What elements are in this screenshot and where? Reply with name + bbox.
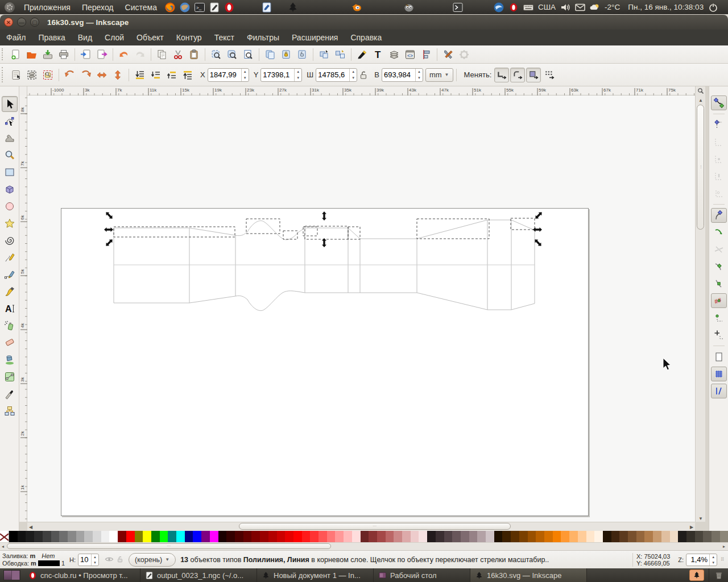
palette-swatch[interactable]	[494, 531, 503, 542]
weather-icon[interactable]	[589, 1, 601, 14]
zoom-selection-icon[interactable]	[209, 47, 224, 62]
snap-rotation-center-icon[interactable]	[711, 327, 727, 342]
palette-swatch[interactable]	[9, 531, 18, 542]
window-titlebar[interactable]: ✕ — ▢ 16k30.svg — Inkscape	[0, 15, 728, 30]
unlink-clone-icon[interactable]	[295, 47, 309, 62]
thunderbird-icon[interactable]	[493, 1, 505, 14]
menu-filters[interactable]: Фильтры	[241, 31, 286, 44]
palette-swatch[interactable]	[361, 531, 369, 542]
snap-to-paths-icon[interactable]	[711, 225, 727, 240]
preferences-icon[interactable]	[441, 47, 456, 62]
scroll-down-icon[interactable]: ▼	[696, 515, 706, 522]
snap-cusp-nodes-icon[interactable]	[711, 259, 727, 274]
tool-zoom[interactable]	[2, 147, 18, 163]
tool-bezier-pen[interactable]	[2, 267, 18, 282]
tool-paint-bucket[interactable]	[2, 352, 18, 368]
tool-eraser[interactable]	[2, 335, 18, 351]
taskbar-item-opera[interactable]: cnc-club.ru • Просмотр т...	[24, 568, 140, 582]
scale-pattern-icon[interactable]	[542, 68, 557, 82]
scale-handle-n[interactable]	[322, 211, 326, 221]
palette-swatch[interactable]	[511, 531, 519, 542]
palette-swatch[interactable]	[277, 531, 286, 542]
tool-tweak[interactable]	[2, 130, 18, 146]
palette-swatch[interactable]	[402, 531, 411, 542]
menu-file[interactable]: Файл	[0, 31, 32, 44]
height-input[interactable]	[382, 69, 415, 81]
layers-dialog-icon[interactable]	[387, 47, 402, 62]
palette-swatch[interactable]	[720, 531, 728, 542]
taskbar-item-inkscape-16k30[interactable]: 16k30.svg — Inkscape	[470, 568, 587, 582]
tool-dropper[interactable]	[2, 386, 18, 402]
menu-help[interactable]: Справка	[344, 31, 388, 44]
palette-swatch[interactable]	[193, 531, 201, 542]
palette-swatch[interactable]	[176, 531, 185, 542]
snap-page-border-icon[interactable]	[711, 350, 727, 364]
palette-swatch[interactable]	[126, 531, 135, 542]
panel-menu-system[interactable]: Система	[119, 3, 163, 12]
menu-path[interactable]: Контур	[170, 31, 208, 44]
open-document-icon[interactable]	[24, 47, 39, 62]
palette-scroll-right-icon[interactable]: ▸	[721, 543, 727, 550]
scale-gradient-icon[interactable]	[526, 68, 541, 82]
mail-icon[interactable]	[574, 1, 586, 14]
vertical-scrollbar[interactable]: ▲ ⋯ ▼	[695, 86, 705, 522]
input-devices-icon[interactable]	[457, 47, 471, 62]
globe-browser-icon[interactable]	[179, 1, 191, 14]
palette-swatch[interactable]	[151, 531, 160, 542]
rotate-ccw-icon[interactable]	[63, 68, 77, 82]
toolbar-grip[interactable]	[2, 48, 6, 61]
palette-swatch[interactable]	[268, 531, 277, 542]
taskbar-item-gedit[interactable]: output_0023_1.ngc (~/.o...	[140, 568, 257, 582]
minimize-button[interactable]: —	[17, 18, 26, 27]
palette-swatch[interactable]	[502, 531, 511, 542]
temperature-label[interactable]: -2°C	[602, 3, 622, 11]
tool-connector[interactable]	[2, 403, 18, 419]
group-icon[interactable]	[317, 47, 332, 62]
palette-swatch[interactable]	[644, 531, 653, 542]
new-document-icon[interactable]	[9, 47, 23, 62]
trash-icon[interactable]	[709, 568, 728, 582]
maximize-button[interactable]: ▢	[30, 18, 39, 27]
text-dialog-icon[interactable]: T	[371, 47, 386, 62]
horizontal-ruler[interactable]: -10003k7k11k15k19k23k27k31k35k39k43k47k5…	[27, 86, 695, 95]
scale-corners-icon[interactable]	[510, 68, 525, 82]
palette-swatch[interactable]	[695, 531, 704, 542]
snap-nodes-icon[interactable]	[711, 208, 727, 223]
snap-smooth-nodes-icon[interactable]	[711, 276, 727, 291]
snap-midpoints-icon[interactable]: ##	[711, 293, 727, 308]
paste-icon[interactable]	[187, 47, 201, 62]
palette-swatch[interactable]	[536, 531, 544, 542]
snap-bbox-edges-icon[interactable]	[711, 135, 727, 149]
writer-document-icon[interactable]	[260, 1, 273, 14]
layer-lock-icon[interactable]	[116, 555, 124, 564]
palette-swatch[interactable]	[218, 531, 227, 542]
palette-swatch[interactable]	[68, 531, 76, 542]
palette-swatch[interactable]	[519, 531, 528, 542]
inkscape-notification-icon[interactable]	[689, 569, 704, 581]
palette-swatch[interactable]	[670, 531, 679, 542]
opacity-field[interactable]: ▲▼	[78, 554, 99, 566]
palette-swatch[interactable]	[59, 531, 68, 542]
duplicate-icon[interactable]	[263, 47, 278, 62]
raise-to-top-icon[interactable]	[180, 68, 195, 82]
palette-swatch[interactable]	[661, 531, 670, 542]
palette-swatch[interactable]	[619, 531, 628, 542]
palette-swatch[interactable]	[185, 531, 193, 542]
palette-swatch[interactable]	[260, 531, 268, 542]
palette-scroll-left-icon[interactable]: ◂	[0, 543, 6, 550]
palette-swatch[interactable]	[344, 531, 352, 542]
menu-extensions[interactable]: Расширения	[286, 31, 344, 44]
layer-visibility-eye-icon[interactable]	[105, 555, 114, 565]
palette-swatch[interactable]	[469, 531, 478, 542]
undo-icon[interactable]	[117, 47, 131, 62]
unit-dropdown[interactable]: mm▼	[425, 68, 453, 82]
toolbar-grip[interactable]	[2, 67, 6, 82]
palette-swatch[interactable]	[411, 531, 419, 542]
opacity-input[interactable]	[78, 554, 91, 566]
palette-swatch[interactable]	[712, 531, 720, 542]
fill-stroke-indicator[interactable]: Заливка: m Нет Обводка: m 1	[0, 552, 65, 567]
opacity-spin-arrows[interactable]: ▲▼	[91, 554, 98, 566]
horizontal-scrollbar[interactable]: ◀ ⋯ ▶	[27, 522, 695, 531]
snap-object-centers-icon[interactable]	[711, 310, 727, 325]
tool-calligraphy[interactable]	[2, 284, 18, 300]
